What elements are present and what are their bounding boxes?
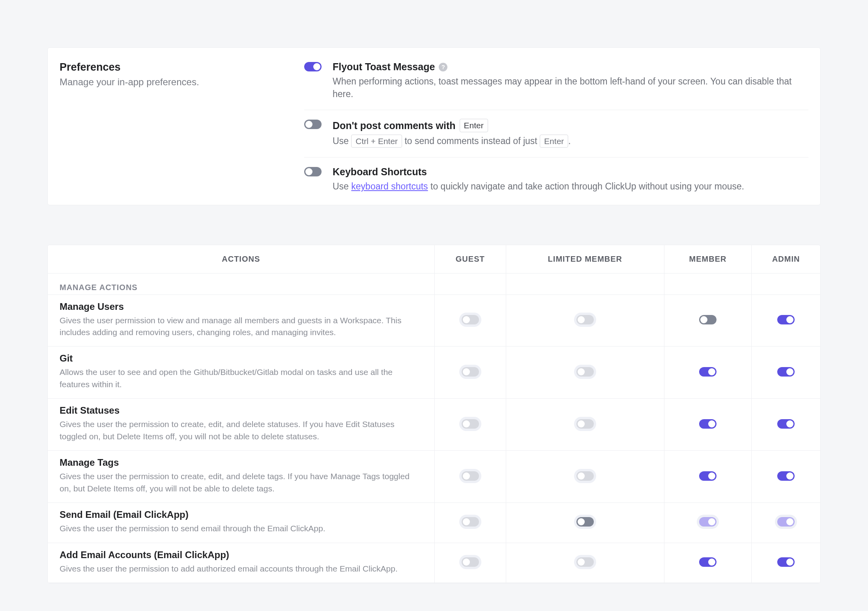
pref-heading: Flyout Toast Message? xyxy=(333,61,808,73)
perm-toggle-r5-c0[interactable] xyxy=(462,557,479,567)
perm-toggle-r1-c1[interactable] xyxy=(576,367,594,377)
pref-toggle-1[interactable] xyxy=(304,120,322,129)
pref-toggle-2[interactable] xyxy=(304,167,322,176)
permission-title: Add Email Accounts (Email ClickApp) xyxy=(60,549,423,560)
permission-description: Gives the user the permission to add aut… xyxy=(60,563,423,575)
permission-description: Gives the user the permission to create,… xyxy=(60,418,423,442)
pref-description: Use keyboard shortcuts to quickly naviga… xyxy=(333,180,808,193)
permissions-panel: ACTIONSGUESTLIMITED MEMBERMEMBERADMIN MA… xyxy=(47,245,821,583)
pref-row: Keyboard ShortcutsUse keyboard shortcuts… xyxy=(304,157,808,194)
col-header-actions: ACTIONS xyxy=(48,245,434,274)
perm-toggle-r4-c3[interactable] xyxy=(777,517,795,527)
preferences-title: Preferences xyxy=(60,61,304,73)
perm-toggle-r5-c1[interactable] xyxy=(576,557,594,567)
preferences-list: Flyout Toast Message?When performing act… xyxy=(304,61,808,195)
pref-heading: Keyboard Shortcuts xyxy=(333,166,808,178)
permission-title: Send Email (Email ClickApp) xyxy=(60,509,423,520)
pref-heading: Don't post comments withEnter xyxy=(333,119,808,132)
pref-toggle-0[interactable] xyxy=(304,62,322,71)
perm-toggle-r2-c2[interactable] xyxy=(699,419,716,429)
permission-row: Edit StatusesGives the user the permissi… xyxy=(48,399,820,451)
col-header-role: MEMBER xyxy=(664,245,752,274)
col-header-role: ADMIN xyxy=(752,245,820,274)
permission-row: Send Email (Email ClickApp)Gives the use… xyxy=(48,503,820,543)
permission-row: Manage UsersGives the user permission to… xyxy=(48,294,820,347)
permissions-table: ACTIONSGUESTLIMITED MEMBERMEMBERADMIN MA… xyxy=(48,245,820,583)
permission-description: Allows the user to see and open the Gith… xyxy=(60,366,423,390)
pref-row: Don't post comments withEnterUse Ctrl + … xyxy=(304,110,808,157)
perm-toggle-r4-c2[interactable] xyxy=(699,517,716,527)
kbd-key: Enter xyxy=(460,119,488,132)
perm-toggle-r0-c0[interactable] xyxy=(462,315,479,324)
pref-description: When performing actions, toast messages … xyxy=(333,75,808,100)
perm-toggle-r2-c3[interactable] xyxy=(777,419,795,429)
permission-title: Manage Tags xyxy=(60,457,423,468)
perm-toggle-r3-c1[interactable] xyxy=(576,471,594,481)
perm-toggle-r5-c2[interactable] xyxy=(699,557,716,567)
col-header-role: GUEST xyxy=(434,245,506,274)
perm-toggle-r3-c0[interactable] xyxy=(462,471,479,481)
perm-toggle-r1-c2[interactable] xyxy=(699,367,716,377)
perm-toggle-r4-c0[interactable] xyxy=(462,517,479,527)
perm-toggle-r0-c3[interactable] xyxy=(777,315,795,324)
pref-link[interactable]: keyboard shortcuts xyxy=(351,181,428,191)
perm-toggle-r1-c3[interactable] xyxy=(777,367,795,377)
permission-title: Edit Statuses xyxy=(60,405,423,416)
section-label: MANAGE ACTIONS xyxy=(48,273,434,294)
help-icon[interactable]: ? xyxy=(439,63,447,71)
perm-toggle-r0-c1[interactable] xyxy=(576,315,594,324)
permissions-header-row: ACTIONSGUESTLIMITED MEMBERMEMBERADMIN xyxy=(48,245,820,274)
perm-toggle-r1-c0[interactable] xyxy=(462,367,479,377)
preferences-header: Preferences Manage your in-app preferenc… xyxy=(60,61,304,195)
kbd-key: Ctrl + Enter xyxy=(351,135,402,148)
permission-description: Gives the user the permission to send em… xyxy=(60,523,423,534)
col-header-role: LIMITED MEMBER xyxy=(506,245,664,274)
kbd-key: Enter xyxy=(540,135,568,148)
perm-toggle-r3-c2[interactable] xyxy=(699,471,716,481)
permission-row: Manage TagsGives the user the permission… xyxy=(48,451,820,503)
perm-toggle-r2-c1[interactable] xyxy=(576,419,594,429)
perm-toggle-r4-c1[interactable] xyxy=(576,517,594,527)
pref-row: Flyout Toast Message?When performing act… xyxy=(304,61,808,110)
perm-toggle-r5-c3[interactable] xyxy=(777,557,795,567)
perm-toggle-r3-c3[interactable] xyxy=(777,471,795,481)
permission-row: Add Email Accounts (Email ClickApp)Gives… xyxy=(48,543,820,583)
permission-title: Manage Users xyxy=(60,301,423,312)
perm-toggle-r2-c0[interactable] xyxy=(462,419,479,429)
perm-toggle-r0-c2[interactable] xyxy=(699,315,716,324)
permission-description: Gives the user the permission to create,… xyxy=(60,470,423,495)
preferences-panel: Preferences Manage your in-app preferenc… xyxy=(47,47,821,205)
permission-description: Gives the user permission to view and ma… xyxy=(60,315,423,339)
preferences-subtitle: Manage your in-app preferences. xyxy=(60,77,304,88)
pref-description: Use Ctrl + Enter to send comments instea… xyxy=(333,135,808,148)
permission-row: GitAllows the user to see and open the G… xyxy=(48,347,820,399)
permission-title: Git xyxy=(60,353,423,364)
